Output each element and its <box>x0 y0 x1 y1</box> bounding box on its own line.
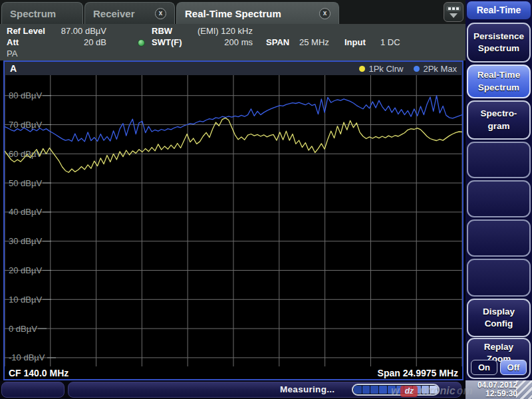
svg-text:80 dBµV: 80 dBµV <box>9 90 42 100</box>
transducer-label: PA <box>7 49 17 59</box>
progress-segment <box>362 386 370 394</box>
measurement-status-text: Measuring... <box>280 382 334 397</box>
status-panel-main: Measuring... <box>68 382 462 398</box>
att-value[interactable]: 20 dB <box>40 37 106 47</box>
status-panel-left <box>1 382 65 398</box>
ref-level-value[interactable]: 87.00 dBµV <box>40 26 106 36</box>
progress-segment <box>413 386 421 394</box>
softkey-empty-4 <box>467 259 531 297</box>
replay-zoom-toggle: On Off <box>471 360 527 375</box>
softkey-empty-2 <box>467 180 531 217</box>
settings-panel: Ref Level 87.00 dBµV RBW (EMI) 120 kHz A… <box>0 24 466 61</box>
replay-zoom-on-button[interactable]: On <box>471 360 497 375</box>
spectrum-window: A 1Pk Clrw2Pk Max 80 dBµV70 dBµV60 dBµV5… <box>3 61 464 380</box>
status-led-green <box>138 39 145 47</box>
input-label: Input <box>344 37 366 47</box>
svg-text:50 dBµV: 50 dBµV <box>9 178 42 188</box>
tab-label: Spectrum <box>10 8 56 19</box>
replay-zoom-off-button[interactable]: Off <box>500 360 527 375</box>
svg-text:10 dBµV: 10 dBµV <box>9 295 42 305</box>
input-value[interactable]: 1 DC <box>380 37 400 47</box>
softkey-empty-1 <box>467 142 531 178</box>
center-frequency-readout: CF 140.0 MHz <box>9 368 68 378</box>
progress-segment <box>370 386 378 394</box>
rbw-value[interactable]: (EMI) 120 kHz <box>188 26 253 36</box>
close-icon[interactable]: x <box>319 8 331 19</box>
chart-footer: CF 140.0 MHz Span 24.9975 MHz <box>5 366 462 379</box>
chevron-down-icon <box>450 13 458 18</box>
att-label: Att <box>7 37 19 47</box>
trace-legend: 1Pk Clrw2Pk Max <box>359 64 457 74</box>
time-value: 12:59:30 <box>466 390 517 398</box>
svg-text:30 dBµV: 30 dBµV <box>9 236 42 246</box>
tab-receiver[interactable]: Receiver x <box>84 2 175 24</box>
spectrum-plot: 80 dBµV70 dBµV60 dBµV50 dBµV40 dBµV30 dB… <box>5 75 462 366</box>
legend-item-2pk-max: 2Pk Max <box>414 64 457 74</box>
close-icon[interactable]: x <box>155 8 166 19</box>
trace-color-dot <box>414 66 420 72</box>
softkey-persistence-spectrum[interactable]: Persistence Spectrum <box>467 23 531 63</box>
tab-spectrum[interactable]: Spectrum <box>1 2 83 24</box>
tab-bar: Spectrum Receiver x Real-Time Spectrum x <box>0 0 466 24</box>
progress-segment <box>379 386 387 394</box>
sweep-progress-bar <box>352 384 440 396</box>
softkey-real-time-spectrum[interactable]: Real-Time Spectrum <box>467 65 531 98</box>
svg-text:40 dBµV: 40 dBµV <box>9 207 42 217</box>
progress-segment <box>388 386 396 394</box>
instrument-screen: Spectrum Receiver x Real-Time Spectrum x… <box>0 0 532 399</box>
svg-text:-10 dBµV: -10 dBµV <box>9 352 45 362</box>
span-readout: Span 24.9975 MHz <box>378 368 458 378</box>
corner-hatch <box>516 380 532 399</box>
swt-value[interactable]: 200 ms <box>188 37 253 47</box>
progress-segment <box>430 386 438 394</box>
svg-text:70 dBµV: 70 dBµV <box>9 120 42 130</box>
progress-segment <box>396 386 404 394</box>
legend-item-1pk-clrw: 1Pk Clrw <box>359 64 403 74</box>
progress-segment <box>404 386 412 394</box>
window-label: A <box>10 63 17 74</box>
softkey-menu-title: Real-Time <box>467 1 531 19</box>
tab-real-time-spectrum[interactable]: Real-Time Spectrum x <box>176 2 339 24</box>
softkey-empty-3 <box>467 219 531 257</box>
progress-segment <box>422 386 430 394</box>
svg-text:0 dBµV: 0 dBµV <box>9 324 37 334</box>
softkey-display-config[interactable]: Display Config <box>467 299 531 337</box>
span-value[interactable]: 25 MHz <box>299 37 329 47</box>
status-bar: Measuring... <box>0 380 466 399</box>
rbw-label: RBW <box>152 26 172 36</box>
softkey-replay-zoom[interactable]: Replay Zoom On Off <box>467 338 531 379</box>
softkey-sidebar: Real-Time Persistence Spectrum Real-Time… <box>466 0 532 399</box>
span-label: SPAN <box>266 37 289 47</box>
trace-color-dot <box>359 66 365 72</box>
softkey-spectrogram[interactable]: Spectro- gram <box>467 100 531 140</box>
tab-label: Real-Time Spectrum <box>185 8 281 19</box>
tab-overview-button[interactable] <box>444 2 464 22</box>
chart-header: A 1Pk Clrw2Pk Max <box>5 62 462 75</box>
progress-segment <box>354 386 362 394</box>
tab-label: Receiver <box>93 8 135 19</box>
svg-text:20 dBµV: 20 dBµV <box>9 265 42 275</box>
datetime-display: 04.07.2012 12:59:30 <box>466 380 532 399</box>
tab-overview-icon <box>446 6 461 11</box>
swt-label: SWT(F) <box>152 37 182 47</box>
